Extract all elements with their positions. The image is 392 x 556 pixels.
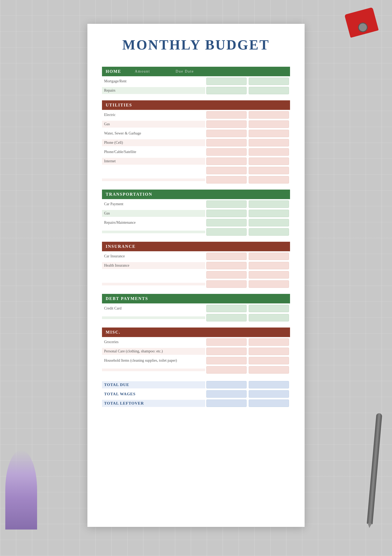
total-label-0: TOTAL DUE xyxy=(102,381,205,388)
amount-input-utilities-5[interactable] xyxy=(206,158,247,165)
total-row-2: TOTAL LEFTOVER xyxy=(102,399,290,407)
amount-input-misc-0[interactable] xyxy=(206,338,247,346)
total-amount-2[interactable] xyxy=(206,400,247,407)
amount-input-home-1[interactable] xyxy=(206,87,247,94)
duedate-input-transportation-0[interactable] xyxy=(249,200,289,208)
section-header-insurance: INSURANCE xyxy=(102,242,290,251)
row-home-0: Mortgage/Rent xyxy=(102,77,290,86)
amount-input-misc-3[interactable] xyxy=(206,366,247,374)
row-transportation-0: Car Payment xyxy=(102,200,290,208)
total-amount-0[interactable] xyxy=(206,381,247,388)
row-label-utilities-2: Water, Sewer & Garbage xyxy=(102,130,205,137)
duedate-input-utilities-4[interactable] xyxy=(249,148,289,156)
row-debt-0: Credit Card xyxy=(102,304,290,313)
amount-input-transportation-1[interactable] xyxy=(206,210,247,217)
duedate-input-home-1[interactable] xyxy=(249,87,289,94)
duedate-input-misc-3[interactable] xyxy=(249,366,289,374)
total-label-2: TOTAL LEFTOVER xyxy=(102,400,205,407)
col-header-amount: Amount xyxy=(122,69,163,74)
row-label-utilities-4: Phone/Cable/Satellite xyxy=(102,149,205,155)
duedate-input-transportation-1[interactable] xyxy=(249,210,289,217)
pencil-sharpener-decoration xyxy=(344,7,379,38)
duedate-input-debt-0[interactable] xyxy=(249,305,289,312)
duedate-input-misc-1[interactable] xyxy=(249,348,289,355)
budget-document: MONTHLY BUDGET HOMEAmountDue DateMortgag… xyxy=(87,24,305,527)
duedate-input-transportation-3[interactable] xyxy=(249,228,289,236)
duedate-input-utilities-3[interactable] xyxy=(249,139,289,146)
row-utilities-2: Water, Sewer & Garbage xyxy=(102,129,290,138)
amount-input-debt-1[interactable] xyxy=(206,314,247,321)
total-amount-1[interactable] xyxy=(206,390,247,398)
duedate-input-insurance-2[interactable] xyxy=(249,271,289,279)
row-label-insurance-1: Health Insurance xyxy=(102,262,205,269)
lavender-decoration xyxy=(5,450,37,530)
total-duedate-1[interactable] xyxy=(249,390,289,398)
row-insurance-0: Car Insurance xyxy=(102,252,290,261)
amount-input-utilities-4[interactable] xyxy=(206,148,247,156)
row-misc-3 xyxy=(102,366,290,374)
row-label-transportation-3 xyxy=(102,231,205,233)
row-label-transportation-1: Gas xyxy=(102,210,205,217)
amount-input-insurance-3[interactable] xyxy=(206,280,247,288)
amount-input-misc-1[interactable] xyxy=(206,348,247,355)
amount-input-transportation-3[interactable] xyxy=(206,228,247,236)
duedate-input-insurance-1[interactable] xyxy=(249,262,289,269)
section-title-debt: DEBT PAYMENTS xyxy=(106,296,148,301)
amount-input-utilities-0[interactable] xyxy=(206,111,247,119)
section-header-transportation: TRANSPORTATION xyxy=(102,190,290,199)
page-title: MONTHLY BUDGET xyxy=(102,37,290,53)
duedate-input-misc-2[interactable] xyxy=(249,357,289,364)
duedate-input-home-0[interactable] xyxy=(249,78,289,85)
row-label-utilities-3: Phone (Cell) xyxy=(102,139,205,146)
duedate-input-utilities-5[interactable] xyxy=(249,158,289,165)
duedate-input-transportation-2[interactable] xyxy=(249,219,289,226)
section-title-transportation: TRANSPORTATION xyxy=(106,192,152,197)
row-label-insurance-2 xyxy=(102,273,205,276)
row-label-transportation-2: Repairs/Maintenance xyxy=(102,219,205,226)
row-debt-1 xyxy=(102,313,290,322)
row-label-utilities-7 xyxy=(102,178,205,181)
row-transportation-3 xyxy=(102,228,290,236)
amount-input-utilities-7[interactable] xyxy=(206,176,247,183)
amount-input-utilities-6[interactable] xyxy=(206,167,247,174)
section-header-utilities: UTILITIES xyxy=(102,100,290,110)
row-label-misc-3 xyxy=(102,369,205,371)
row-misc-2: Household Items (cleaning supplies, toil… xyxy=(102,356,290,365)
amount-input-transportation-0[interactable] xyxy=(206,200,247,208)
amount-input-transportation-2[interactable] xyxy=(206,219,247,226)
row-insurance-1: Health Insurance xyxy=(102,261,290,270)
duedate-input-utilities-2[interactable] xyxy=(249,130,289,137)
duedate-input-insurance-0[interactable] xyxy=(249,253,289,260)
row-transportation-1: Gas xyxy=(102,209,290,218)
duedate-input-debt-1[interactable] xyxy=(249,314,289,321)
duedate-input-misc-0[interactable] xyxy=(249,338,289,346)
total-duedate-2[interactable] xyxy=(249,400,289,407)
row-label-utilities-6 xyxy=(102,169,205,172)
duedate-input-utilities-1[interactable] xyxy=(249,120,289,128)
row-label-debt-1 xyxy=(102,316,205,319)
amount-input-insurance-0[interactable] xyxy=(206,253,247,260)
row-home-1: Repairs xyxy=(102,86,290,95)
duedate-input-utilities-7[interactable] xyxy=(249,176,289,183)
amount-input-utilities-2[interactable] xyxy=(206,130,247,137)
amount-input-insurance-2[interactable] xyxy=(206,271,247,279)
amount-input-misc-2[interactable] xyxy=(206,357,247,364)
duedate-input-utilities-0[interactable] xyxy=(249,111,289,119)
total-label-1: TOTAL WAGES xyxy=(102,391,205,398)
row-label-utilities-1: Gas xyxy=(102,121,205,128)
total-duedate-0[interactable] xyxy=(249,381,289,388)
amount-input-home-0[interactable] xyxy=(206,78,247,85)
section-title-insurance: INSURANCE xyxy=(106,244,136,249)
duedate-input-insurance-3[interactable] xyxy=(249,280,289,288)
amount-input-utilities-3[interactable] xyxy=(206,139,247,146)
row-label-utilities-5: Internet xyxy=(102,158,205,165)
row-insurance-3 xyxy=(102,280,290,288)
row-insurance-2 xyxy=(102,271,290,279)
row-label-debt-0: Credit Card xyxy=(102,305,205,312)
section-title-misc: MISC. xyxy=(106,330,121,335)
duedate-input-utilities-6[interactable] xyxy=(249,167,289,174)
amount-input-utilities-1[interactable] xyxy=(206,120,247,128)
amount-input-insurance-1[interactable] xyxy=(206,262,247,269)
row-utilities-5: Internet xyxy=(102,157,290,165)
amount-input-debt-0[interactable] xyxy=(206,305,247,312)
